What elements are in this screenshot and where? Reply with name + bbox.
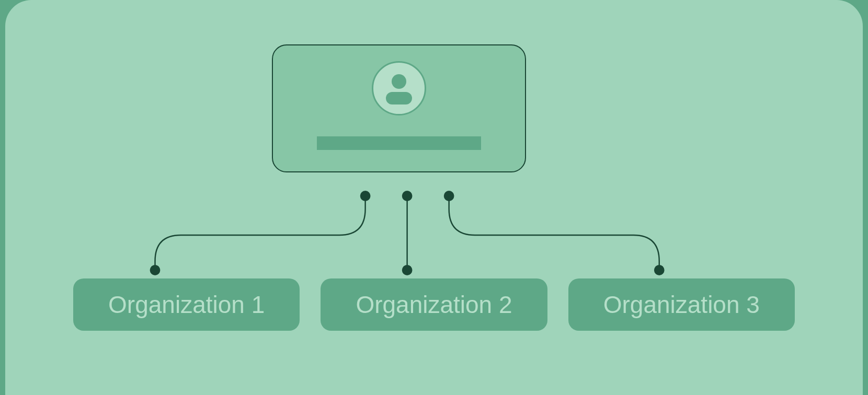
user-card (272, 44, 526, 172)
svg-point-2 (402, 191, 413, 201)
svg-point-6 (654, 265, 665, 275)
organizations-row: Organization 1 Organization 2 Organizati… (5, 278, 863, 331)
svg-point-0 (360, 191, 371, 201)
org-label: Organization 1 (108, 291, 265, 319)
svg-point-4 (402, 265, 413, 275)
svg-point-5 (444, 191, 454, 201)
org-label: Organization 3 (603, 291, 760, 319)
user-label-placeholder (317, 136, 481, 150)
svg-point-1 (150, 265, 161, 275)
org-label: Organization 2 (356, 291, 512, 319)
organization-3: Organization 3 (568, 278, 795, 331)
person-icon (372, 61, 426, 115)
organization-1: Organization 1 (73, 278, 300, 331)
diagram-panel: Organization 1 Organization 2 Organizati… (5, 0, 863, 395)
organization-2: Organization 2 (321, 278, 547, 331)
